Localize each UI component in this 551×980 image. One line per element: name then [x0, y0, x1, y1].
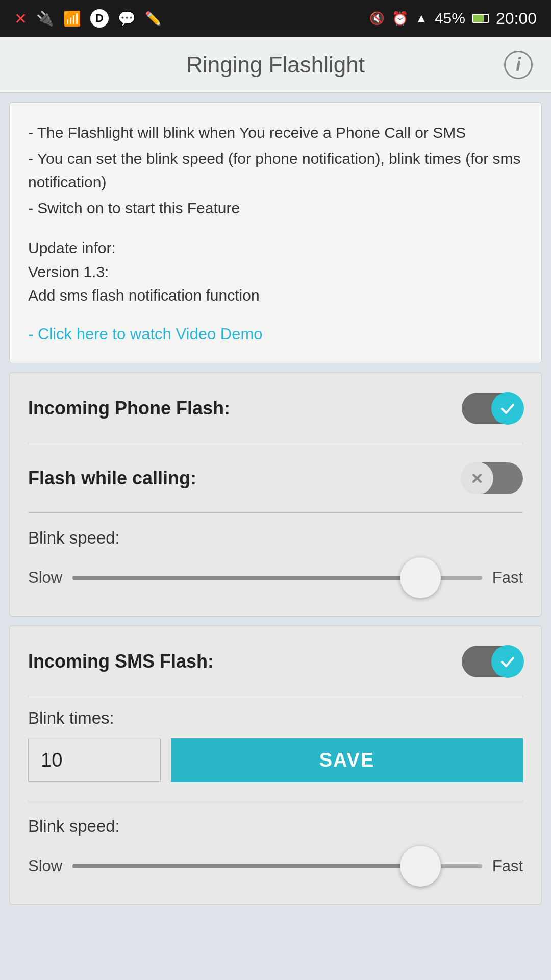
missed-call-icon: ✕	[14, 10, 27, 28]
phone-flash-card: Incoming Phone Flash: Flash while callin…	[9, 373, 542, 617]
incoming-sms-flash-row: Incoming SMS Flash:	[10, 626, 541, 696]
video-demo-link[interactable]: - Click here to watch Video Demo	[28, 322, 262, 347]
sms-blink-fast-label: Fast	[492, 857, 523, 875]
blink-times-section: Blink times: SAVE	[10, 696, 541, 801]
main-content: - The Flashlight will blink when You rec…	[0, 93, 551, 925]
phone-blink-thumb[interactable]	[400, 557, 441, 598]
sms-blink-slow-label: Slow	[28, 857, 62, 875]
alarm-icon: ⏰	[392, 11, 408, 27]
info-button[interactable]: i	[504, 51, 533, 79]
signal-icon: ▲	[415, 11, 428, 26]
info-card: - The Flashlight will blink when You rec…	[9, 102, 542, 363]
status-bar: ✕ 🔌 📶 D 💬 ✏️ 🔇 ⏰ ▲ 45% 20:00	[0, 0, 551, 37]
desc-line-3: - Switch on to start this Feature	[28, 197, 523, 220]
sms-blink-track-fill	[72, 864, 420, 868]
incoming-phone-flash-label: Incoming Phone Flash:	[28, 398, 230, 419]
sms-blink-track-bg	[72, 864, 482, 868]
battery-icon	[472, 14, 489, 23]
incoming-sms-flash-knob	[491, 645, 524, 678]
mute-icon: 🔇	[369, 11, 385, 26]
desc-line-1: - The Flashlight will blink when You rec…	[28, 121, 523, 145]
phone-blink-track-bg	[72, 576, 482, 580]
incoming-sms-flash-label: Incoming SMS Flash:	[28, 651, 214, 672]
chat-icon: 💬	[118, 10, 136, 27]
save-button[interactable]: SAVE	[171, 738, 523, 782]
usb-icon: 🔌	[36, 10, 54, 27]
sms-blink-thumb[interactable]	[400, 846, 441, 887]
wifi-icon: 📶	[63, 10, 81, 27]
incoming-phone-flash-row: Incoming Phone Flash:	[10, 373, 541, 443]
phone-blink-speed-track[interactable]	[72, 560, 482, 596]
blink-times-label: Blink times:	[28, 708, 523, 728]
sms-blink-speed-track[interactable]	[72, 848, 482, 884]
clock: 20:00	[496, 9, 537, 28]
phone-blink-slow-label: Slow	[28, 569, 62, 587]
status-bar-left: ✕ 🔌 📶 D 💬 ✏️	[14, 9, 161, 28]
flash-while-calling-knob	[461, 462, 493, 495]
phone-blink-track-fill	[72, 576, 420, 580]
flash-while-calling-toggle[interactable]	[462, 462, 523, 494]
blink-times-input[interactable]	[28, 739, 161, 782]
incoming-sms-flash-toggle[interactable]	[462, 646, 523, 677]
sms-flash-card: Incoming SMS Flash: Blink times: SAVE Bl…	[9, 626, 542, 905]
app-bar: Ringing Flashlight i	[0, 37, 551, 93]
flash-while-calling-row: Flash while calling:	[10, 443, 541, 512]
blink-input-save-row: SAVE	[28, 738, 523, 782]
phone-blink-speed-label: Blink speed:	[28, 528, 523, 548]
incoming-phone-flash-knob	[491, 392, 524, 425]
flash-while-calling-label: Flash while calling:	[28, 468, 196, 489]
update-title: Update infor:	[28, 236, 523, 260]
pencil-icon: ✏️	[145, 11, 161, 27]
app-title: Ringing Flashlight	[186, 52, 365, 78]
phone-blink-speed-slider-row: Slow Fast	[28, 560, 523, 596]
sms-blink-speed-label: Blink speed:	[28, 817, 523, 836]
status-bar-right: 🔇 ⏰ ▲ 45% 20:00	[369, 9, 537, 28]
incoming-phone-flash-toggle[interactable]	[462, 393, 523, 424]
battery-percent: 45%	[435, 10, 465, 27]
discord-icon: D	[90, 9, 109, 28]
desc-line-2: - You can set the blink speed (for phone…	[28, 147, 523, 194]
update-section: Update infor: Version 1.3: Add sms flash…	[28, 236, 523, 308]
phone-blink-fast-label: Fast	[492, 569, 523, 587]
update-detail: Add sms flash notification function	[28, 284, 523, 308]
update-version: Version 1.3:	[28, 260, 523, 284]
sms-blink-speed-slider-row: Slow Fast	[28, 848, 523, 884]
phone-blink-speed-section: Blink speed: Slow Fast	[10, 513, 541, 616]
sms-blink-speed-section: Blink speed: Slow Fast	[10, 801, 541, 904]
